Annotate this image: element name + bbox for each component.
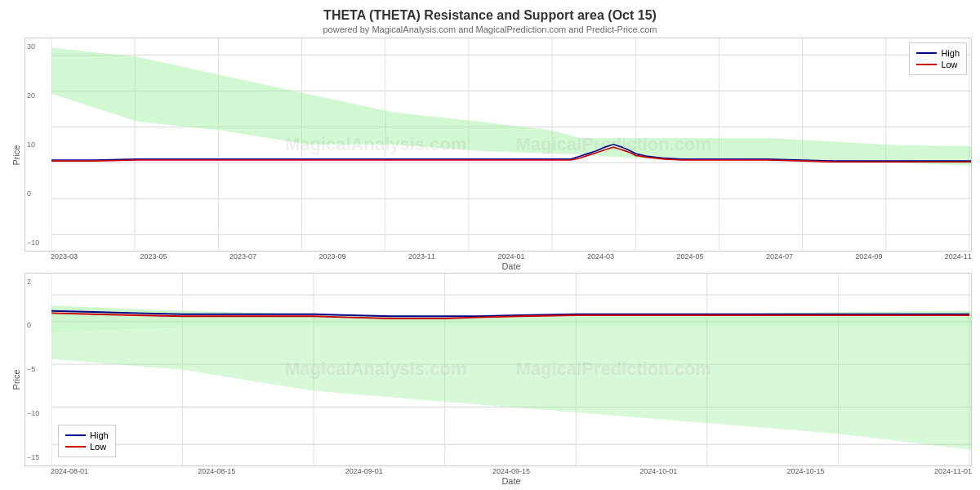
top-x-tick-3: 2023-07 (229, 252, 256, 261)
bot-y-tick-neg5: −5 (27, 365, 50, 373)
bot-x-tick-1: 2024-08-01 (51, 467, 88, 475)
bottom-x-axis: 2024-08-01 2024-08-15 2024-09-01 2024-09… (24, 466, 972, 476)
bottom-chart-inner: 2 0 −5 −10 −15 MagicalAnalysis.com Magic… (24, 273, 972, 466)
bot-x-tick-7: 2024-11-01 (934, 467, 972, 475)
top-legend-high-label: High (941, 48, 960, 58)
top-x-tick-6: 2024-01 (497, 252, 524, 261)
bottom-legend-high: High (65, 430, 109, 440)
top-x-tick-5: 2023-11 (408, 252, 435, 261)
top-green-band (51, 47, 971, 165)
bot-y-tick-2: 2 (27, 278, 50, 286)
charts-wrapper: Price 30 20 10 0 −10 MagicalAnalysis.com… (8, 38, 972, 486)
bottom-chart-svg (51, 274, 971, 466)
top-y-tick-neg10: −10 (27, 238, 50, 247)
top-x-tick-10: 2024-09 (855, 252, 882, 261)
bottom-x-axis-title: Date (24, 476, 972, 486)
top-y-tick-30: 30 (27, 42, 50, 51)
top-x-axis: 2023-03 2023-05 2023-07 2023-09 2023-11 … (24, 252, 972, 261)
top-y-tick-20: 20 (27, 91, 50, 100)
top-y-tick-10: 10 (27, 140, 50, 149)
top-x-tick-7: 2024-03 (587, 252, 614, 261)
top-chart-svg (51, 38, 971, 251)
bottom-green-band-bottom (51, 327, 971, 449)
bottom-legend-high-line (65, 434, 86, 436)
top-x-tick-4: 2023-09 (318, 252, 345, 261)
top-legend: High Low (909, 42, 967, 75)
top-legend-high: High (916, 48, 960, 58)
top-x-axis-title: Date (24, 261, 972, 271)
bottom-legend-high-label: High (90, 430, 109, 440)
top-legend-low-label: Low (941, 60, 957, 69)
top-legend-low: Low (916, 60, 960, 69)
top-y-tick-0: 0 (27, 189, 50, 198)
bot-y-tick-0: 0 (27, 321, 50, 329)
bot-x-tick-3: 2024-09-01 (345, 467, 383, 475)
bottom-y-axis-label: Price (8, 273, 24, 486)
top-x-tick-1: 2023-03 (51, 252, 78, 261)
bot-y-tick-neg15: −15 (27, 453, 50, 461)
top-chart-inner: 30 20 10 0 −10 MagicalAnalysis.com Magic… (24, 38, 972, 252)
page-subtitle: powered by MagicalAnalysis.com and Magic… (8, 24, 972, 34)
top-y-axis-label: Price (8, 38, 24, 273)
page-title: THETA (THETA) Resistance and Support are… (8, 8, 972, 23)
bottom-legend-low-line (65, 446, 86, 448)
bot-y-tick-neg10: −10 (27, 409, 50, 417)
bottom-legend-low-label: Low (90, 442, 106, 452)
top-chart-area: Price 30 20 10 0 −10 MagicalAnalysis.com… (8, 38, 972, 273)
top-x-tick-11: 2024-11 (945, 252, 972, 261)
bottom-legend-low: Low (65, 442, 109, 452)
bot-x-tick-2: 2024-08-15 (198, 467, 235, 475)
top-x-tick-8: 2024-05 (676, 252, 703, 261)
top-x-tick-9: 2024-07 (766, 252, 793, 261)
main-container: THETA (THETA) Resistance and Support are… (0, 0, 980, 490)
top-legend-low-line (916, 64, 937, 65)
bot-x-tick-5: 2024-10-01 (639, 467, 677, 475)
bottom-legend: High Low (58, 425, 116, 457)
top-legend-high-line (916, 52, 937, 54)
bot-x-tick-4: 2024-09-15 (492, 467, 530, 475)
bottom-chart-area: Price 2 0 −5 −10 −15 MagicalAnalysis.com… (8, 273, 972, 486)
bot-x-tick-6: 2024-10-15 (787, 467, 825, 475)
top-x-tick-2: 2023-05 (140, 252, 167, 261)
